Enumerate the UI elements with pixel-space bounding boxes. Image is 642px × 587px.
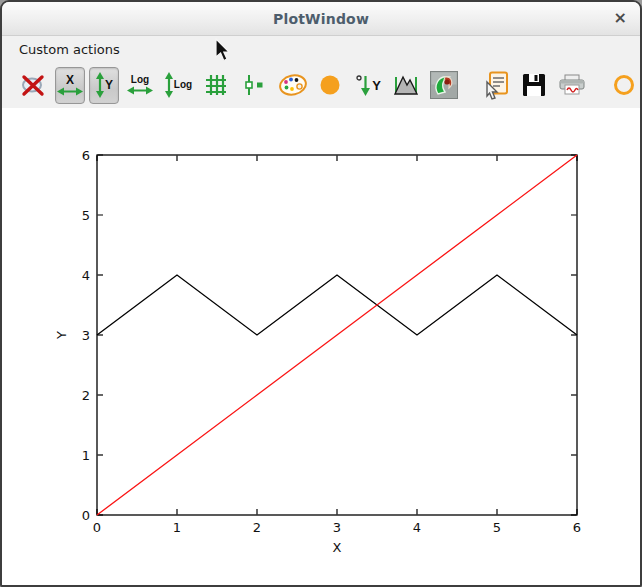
svg-text:1: 1	[82, 448, 90, 463]
svg-text:6: 6	[82, 148, 90, 163]
palette-icon	[277, 72, 307, 98]
palette-button[interactable]	[277, 66, 307, 104]
print-icon	[557, 72, 587, 98]
pan-y-icon	[95, 71, 105, 99]
svg-text:0: 0	[82, 508, 90, 523]
log-x-icon	[126, 85, 154, 95]
log-y-icon	[164, 71, 174, 99]
menubar: Custom actions	[2, 36, 640, 62]
svg-text:2: 2	[82, 388, 90, 403]
axis-marker-button[interactable]	[239, 66, 269, 104]
menu-custom-actions[interactable]: Custom actions	[19, 42, 120, 57]
peaks-button[interactable]	[391, 66, 421, 104]
svg-text:3: 3	[333, 520, 341, 535]
pan-y-label: Y	[105, 79, 113, 91]
svg-text:5: 5	[493, 520, 501, 535]
plot-canvas: 01234560123456XY	[2, 108, 640, 587]
svg-text:4: 4	[82, 268, 90, 283]
log-y-label: Log	[174, 80, 192, 90]
svg-text:4: 4	[413, 520, 421, 535]
titlebar[interactable]: PlotWindow ×	[2, 2, 640, 36]
svg-text:1: 1	[173, 520, 181, 535]
svg-text:Y: Y	[54, 331, 69, 340]
copy-clipboard-icon	[481, 70, 511, 100]
svg-text:5: 5	[82, 208, 90, 223]
grid-icon	[203, 72, 229, 98]
window-title: PlotWindow	[273, 11, 369, 27]
ring-style-button[interactable]	[609, 66, 639, 104]
svg-text:3: 3	[82, 328, 90, 343]
save-icon	[521, 72, 547, 98]
pan-x-icon	[56, 86, 84, 96]
pan-y-button[interactable]: Y	[89, 67, 119, 104]
grid-button[interactable]	[201, 66, 231, 104]
clear-zoom-button[interactable]	[19, 66, 49, 104]
pan-x-label: X	[66, 74, 74, 86]
colormap-icon	[430, 71, 458, 99]
clear-zoom-icon	[19, 71, 49, 99]
filled-dot-button[interactable]	[315, 66, 345, 104]
svg-text:6: 6	[573, 520, 581, 535]
autoscale-y-button[interactable]: Y	[353, 66, 383, 104]
svg-text:0: 0	[93, 520, 101, 535]
log-x-button[interactable]: Log	[125, 66, 155, 104]
log-y-button[interactable]: Log	[163, 66, 193, 104]
colormap-button[interactable]	[429, 66, 459, 104]
autoscale-y-icon	[355, 72, 372, 98]
mountain-icon	[392, 73, 420, 97]
log-x-label: Log	[131, 75, 149, 85]
axis-marker-icon	[242, 73, 266, 97]
plot-area[interactable]: 01234560123456XY	[2, 108, 640, 587]
filled-circle-icon	[318, 73, 342, 97]
plot-window: PlotWindow × Custom actions X	[0, 0, 642, 587]
ring-icon	[611, 72, 637, 98]
save-button[interactable]	[519, 66, 549, 104]
pan-x-button[interactable]: X	[55, 67, 85, 104]
print-button[interactable]	[557, 66, 587, 104]
toolbar: X Y Log	[2, 62, 640, 108]
autoscale-y-label: Y	[372, 79, 381, 92]
svg-text:2: 2	[253, 520, 261, 535]
copy-button[interactable]	[481, 66, 511, 104]
svg-text:X: X	[333, 540, 342, 555]
close-button[interactable]: ×	[614, 10, 627, 26]
